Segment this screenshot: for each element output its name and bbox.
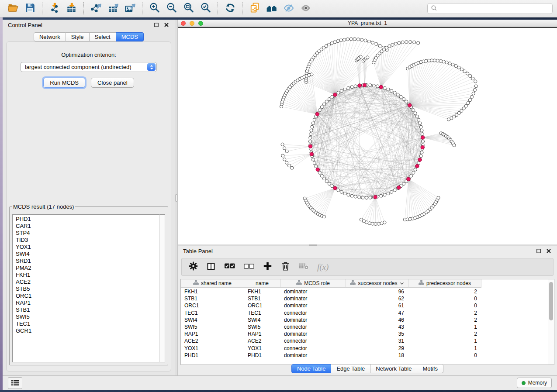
table-row[interactable]: ACE2ACE2connector311 xyxy=(181,337,481,344)
network-home-button[interactable] xyxy=(263,2,280,16)
mcds-result-list[interactable]: PHD1CAR1STP4TID3YOX1SWI4SRD1PMA2FKH1ACE2… xyxy=(12,214,165,362)
column-type-icon xyxy=(419,280,424,286)
delete-columns-button[interactable] xyxy=(280,261,290,273)
zoom-fit-content-button[interactable] xyxy=(180,2,197,16)
toggle-column-panel-button[interactable] xyxy=(206,261,216,273)
table-row[interactable]: PHD1PHD1dominator180 xyxy=(181,352,481,359)
toolbar-separator xyxy=(218,2,218,15)
delete-columns-icon xyxy=(281,261,290,272)
optimization-criterion-select[interactable]: largest connected component (undirected) xyxy=(21,62,157,72)
result-list-scrollbar[interactable] xyxy=(159,214,165,362)
close-panel-button[interactable]: Close panel xyxy=(91,78,134,88)
create-column-button[interactable] xyxy=(263,261,272,273)
hide-selected-button[interactable] xyxy=(280,2,297,16)
scrollbar-thumb[interactable] xyxy=(549,282,553,320)
unselect-all-columns-icon xyxy=(244,263,254,271)
tab-mcds[interactable]: MCDS xyxy=(116,32,144,41)
mcds-result-item[interactable]: STP4 xyxy=(16,230,158,237)
mcds-result-item[interactable]: GCR1 xyxy=(16,327,158,334)
mcds-result-item[interactable]: ORC1 xyxy=(16,292,158,299)
table-row[interactable]: ORC1ORC1dominator610 xyxy=(181,302,481,309)
table-panel: Table Panel f(x) shared namenameMCDS rol… xyxy=(178,246,557,375)
mcds-result-item[interactable]: YOX1 xyxy=(16,244,158,251)
close-panel-icon[interactable] xyxy=(163,22,170,28)
zoom-in-button[interactable] xyxy=(146,2,163,16)
mcds-result-item[interactable]: SWI5 xyxy=(16,313,158,320)
table-scrollbar[interactable] xyxy=(548,279,554,364)
network-canvas[interactable] xyxy=(178,27,557,244)
column-header-shared-name[interactable]: shared name xyxy=(181,279,244,288)
table-row[interactable]: SWI5SWI5connector431 xyxy=(181,323,481,330)
column-type-icon xyxy=(193,280,199,286)
mcds-result-item[interactable]: STB5 xyxy=(16,285,158,292)
memory-button[interactable]: Memory xyxy=(517,378,552,388)
network-window-titlebar[interactable]: YPA_prune.txt_1 xyxy=(178,20,557,27)
open-session-button[interactable] xyxy=(4,2,21,16)
import-table-button[interactable] xyxy=(63,2,80,16)
column-header-mcds-role[interactable]: MCDS role xyxy=(280,279,346,288)
mcds-result-item[interactable]: FKH1 xyxy=(16,272,158,279)
table-tab-edge-table[interactable]: Edge Table xyxy=(331,364,370,373)
zoom-selected-button[interactable] xyxy=(197,2,214,16)
network-list-button[interactable] xyxy=(8,377,22,389)
zoom-out-button[interactable] xyxy=(163,2,180,16)
table-tab-node-table[interactable]: Node Table xyxy=(291,364,332,373)
mcds-result-item[interactable]: CAR1 xyxy=(16,223,158,230)
vertical-splitter[interactable] xyxy=(175,20,178,375)
mcds-result-item[interactable]: TID3 xyxy=(16,237,158,244)
memory-status-icon xyxy=(522,381,526,385)
import-network-button[interactable] xyxy=(46,2,63,16)
refresh-view-button[interactable] xyxy=(221,2,239,16)
table-tab-network-table[interactable]: Network Table xyxy=(370,364,417,373)
mcds-result-item[interactable]: PMA2 xyxy=(16,265,158,272)
export-image-button[interactable] xyxy=(121,2,138,16)
mcds-result-item[interactable]: STB1 xyxy=(16,306,158,313)
table-row[interactable]: TEC1TEC1connector472 xyxy=(181,309,481,316)
export-network-button[interactable] xyxy=(87,2,104,16)
table-row[interactable]: RAP1RAP1dominator352 xyxy=(181,330,481,337)
optimization-selected-value: largest connected component (undirected) xyxy=(25,64,131,70)
show-hidden-icon xyxy=(300,2,311,15)
column-header-name[interactable]: name xyxy=(244,279,280,288)
run-mcds-button[interactable]: Run MCDS xyxy=(43,78,85,88)
tab-network[interactable]: Network xyxy=(34,32,66,41)
search-box[interactable] xyxy=(427,3,553,14)
network-graph[interactable] xyxy=(178,28,557,244)
copy-network-button[interactable] xyxy=(246,2,263,16)
tab-style[interactable]: Style xyxy=(66,32,90,41)
close-panel-icon[interactable] xyxy=(546,248,552,254)
export-table-button[interactable] xyxy=(104,2,121,16)
splitter-handle[interactable] xyxy=(175,194,177,202)
table-row[interactable]: STB1STB1dominator620 xyxy=(181,295,481,302)
tab-select[interactable]: Select xyxy=(90,32,116,41)
mcds-result-title: MCDS result (17 nodes) xyxy=(12,203,75,210)
column-header-predecessor-nodes[interactable]: predecessor nodes xyxy=(408,279,481,288)
mcds-result-item[interactable]: PHD1 xyxy=(16,216,158,223)
table-tab-motifs[interactable]: Motifs xyxy=(417,364,443,373)
unselect-all-columns-button[interactable] xyxy=(244,261,254,273)
mcds-result-item[interactable]: SWI4 xyxy=(16,251,158,258)
close-window-icon[interactable] xyxy=(181,21,186,26)
select-all-columns-button[interactable] xyxy=(224,261,235,273)
table-row[interactable]: FKH1FKH1dominator962 xyxy=(181,288,481,295)
mcds-result-item[interactable]: TEC1 xyxy=(16,320,158,327)
delete-table-button xyxy=(298,261,309,273)
float-panel-icon[interactable] xyxy=(536,248,542,254)
table-row[interactable]: YOX1YOX1connector291 xyxy=(181,345,481,352)
zoom-out-icon xyxy=(166,2,177,15)
mcds-result-item[interactable]: RAP1 xyxy=(16,299,158,306)
mcds-result-item[interactable]: ACE2 xyxy=(16,279,158,285)
table-settings-button[interactable] xyxy=(188,261,198,273)
float-panel-icon[interactable] xyxy=(153,22,159,28)
maximize-window-icon[interactable] xyxy=(198,21,203,26)
mcds-tab-panel: Optimization criterion: largest connecte… xyxy=(6,41,171,371)
minimize-window-icon[interactable] xyxy=(190,21,194,26)
import-network-icon xyxy=(49,2,60,15)
table-row[interactable]: SWI4SWI4dominator462 xyxy=(181,316,481,323)
import-table-icon xyxy=(66,2,77,15)
column-header-successor-nodes[interactable]: successor nodes xyxy=(346,279,408,288)
save-session-button[interactable] xyxy=(21,2,38,16)
search-input[interactable] xyxy=(439,5,549,12)
mcds-result-item[interactable]: SRD1 xyxy=(16,258,158,265)
save-session-icon xyxy=(24,2,36,15)
